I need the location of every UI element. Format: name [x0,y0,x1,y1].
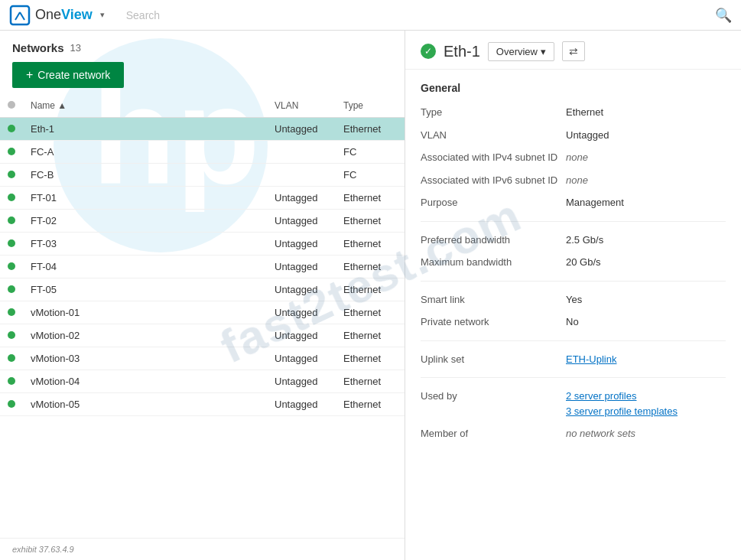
detail-field-link[interactable]: 2 server profiles [566,389,678,404]
svg-rect-0 [11,6,29,24]
table-row[interactable]: vMotion-01UntaggedEthernet [0,301,405,324]
table-row[interactable]: FT-05UntaggedEthernet [0,278,405,301]
table-row[interactable]: vMotion-03UntaggedEthernet [0,347,405,370]
row-type-cell: Ethernet [336,233,405,256]
status-dot-icon [8,262,15,270]
detail-field-link[interactable]: ETH-Uplink [566,352,616,367]
row-status-cell [0,164,23,187]
detail-field-normal-value: No [566,314,579,330]
row-vlan-cell: Untagged [267,233,336,256]
status-dot-icon [8,148,15,155]
section-divider [421,340,726,341]
row-status-cell [0,347,23,370]
row-name-cell[interactable]: FC-A [23,141,267,164]
detail-field-value: 20 Gb/s [566,255,601,270]
table-row[interactable]: vMotion-05UntaggedEthernet [0,393,405,416]
table-row[interactable]: vMotion-04UntaggedEthernet [0,370,405,393]
logo-chevron-icon[interactable]: ▾ [100,10,105,20]
detail-field-normal-value: 2.5 Gb/s [566,233,603,248]
table-row[interactable]: FC-AFC [0,141,405,164]
col-header-vlan[interactable]: VLAN [267,94,336,118]
row-name-cell[interactable]: vMotion-03 [23,347,267,370]
panel-footer: exhibit 37.63.4.9 [0,538,405,560]
row-status-cell [0,210,23,233]
detail-field-label: Purpose [421,195,566,210]
col-header-type[interactable]: Type [336,94,405,118]
row-name-cell[interactable]: FT-01 [23,187,267,210]
row-vlan-cell: Untagged [267,278,336,301]
row-vlan-cell [267,164,336,187]
row-name-cell[interactable]: FC-B [23,164,267,187]
detail-field-link-extra[interactable]: 3 server profile templates [566,404,678,419]
row-name-cell[interactable]: FT-04 [23,256,267,278]
detail-field-normal-value: Management [566,195,624,210]
detail-field-value: none [566,150,588,165]
row-status-cell [0,324,23,347]
detail-field-row: Uplink setETH-Uplink [421,352,726,367]
row-name-cell[interactable]: vMotion-05 [23,393,267,416]
overview-dropdown-button[interactable]: Overview ▾ [488,42,554,61]
row-name-cell[interactable]: vMotion-01 [23,301,267,324]
row-status-cell [0,393,23,416]
status-dot-icon [8,125,15,132]
exhibit-label: exhibit 37.63.4.9 [12,545,74,554]
detail-field-row: Maximum bandwidth20 Gb/s [421,255,726,270]
row-status-cell [0,233,23,256]
detail-field-label: Associated with IPv4 subnet ID [421,150,566,165]
main-layout: hp Networks 13 + Create network Name ▲ [0,31,741,560]
detail-field-normal-value: Untagged [566,128,609,143]
table-row[interactable]: FC-BFC [0,164,405,187]
create-network-button[interactable]: + Create network [12,62,124,88]
row-type-cell: Ethernet [336,393,405,416]
detail-field-row: Associated with IPv6 subnet IDnone [421,173,726,188]
status-dot-icon [8,239,15,247]
row-name-cell[interactable]: vMotion-04 [23,370,267,393]
row-name-cell[interactable]: FT-05 [23,278,267,301]
status-dot-icon [8,331,15,339]
detail-field-label: Smart link [421,292,566,308]
panel-header: Networks 13 + Create network [0,31,405,94]
detail-field-normal-value: 20 Gb/s [566,255,601,270]
row-type-cell: Ethernet [336,256,405,278]
table-row[interactable]: FT-01UntaggedEthernet [0,187,405,210]
detail-field-row: Used by2 server profiles3 server profile… [421,389,726,418]
status-dot-icon [8,217,15,224]
row-type-cell: Ethernet [336,324,405,347]
row-status-cell [0,256,23,278]
status-dot-icon [8,400,15,408]
row-name-cell[interactable]: Eth-1 [23,118,267,141]
table-row[interactable]: vMotion-02UntaggedEthernet [0,324,405,347]
search-placeholder: Search [111,9,709,21]
detail-field-value: Management [566,195,624,210]
table-row[interactable]: FT-03UntaggedEthernet [0,233,405,256]
detail-field-label: Used by [421,389,566,418]
row-name-cell[interactable]: FT-02 [23,210,267,233]
detail-field-row: Preferred bandwidth2.5 Gb/s [421,233,726,248]
status-dot-icon [8,194,15,201]
detail-field-label: Type [421,105,566,120]
row-name-cell[interactable]: vMotion-02 [23,324,267,347]
table-row[interactable]: Eth-1UntaggedEthernet [0,118,405,141]
status-dot-icon [8,354,15,362]
search-icon[interactable]: 🔍 [715,7,732,24]
detail-field-row: Member ofno network sets [421,426,726,441]
table-row[interactable]: FT-02UntaggedEthernet [0,210,405,233]
col-header-name[interactable]: Name ▲ [23,94,267,118]
detail-field-value[interactable]: ETH-Uplink [566,352,616,367]
row-name-cell[interactable]: FT-03 [23,233,267,256]
table-row[interactable]: FT-04UntaggedEthernet [0,256,405,278]
detail-field-value: no network sets [566,426,635,441]
row-vlan-cell: Untagged [267,187,336,210]
dropdown-chevron-icon: ▾ [541,46,546,57]
section-divider [421,377,726,378]
row-status-cell [0,118,23,141]
detail-field-row: VLANUntagged [421,128,726,143]
actions-button[interactable]: ⇄ [562,41,585,61]
row-status-cell [0,370,23,393]
general-section-title: General [421,82,726,94]
detail-field-row: Associated with IPv4 subnet IDnone [421,150,726,165]
detail-field-italic-value: none [566,173,588,188]
panel-title: Networks 13 [12,41,392,54]
detail-field-value[interactable]: 2 server profiles3 server profile templa… [566,389,678,418]
detail-field-value: No [566,314,579,330]
